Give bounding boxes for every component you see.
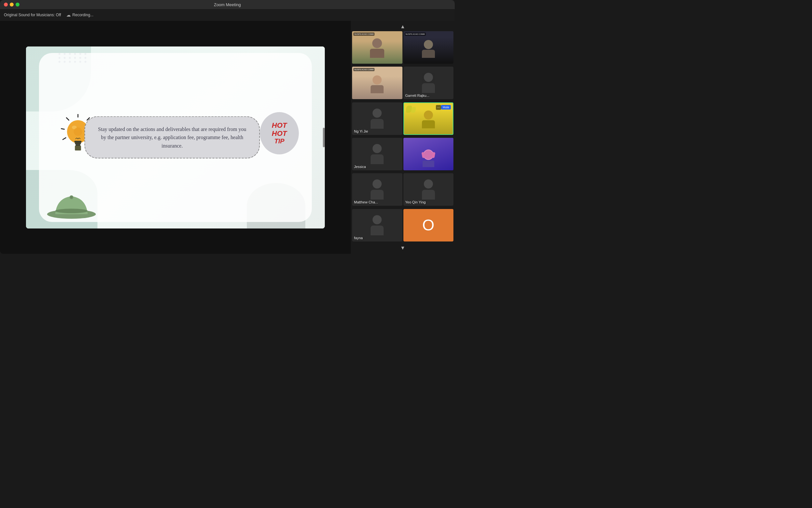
mute-badge[interactable]: Mute <box>441 105 451 110</box>
participant-name: Garrett Rajku... <box>405 94 430 97</box>
svg-line-5 <box>61 128 64 129</box>
slide-container: Stay updated on the actions and delivera… <box>26 46 325 228</box>
participant-name: fayna <box>354 236 363 240</box>
nusps-badge-1: NUSPS ACAD COMM <box>353 33 375 36</box>
participant-tile[interactable]: Garrett Rajku... <box>403 67 454 99</box>
sound-status[interactable]: Original Sound for Musicians: Off <box>4 13 61 17</box>
participant-tile[interactable] <box>403 138 454 170</box>
participant-name: Matthew Cha... <box>354 200 378 204</box>
svg-rect-10 <box>75 142 81 144</box>
titlebar: Zoom Meeting <box>0 0 455 9</box>
participant-tile[interactable]: NUSPS ACAD COMM <box>352 67 402 99</box>
tip-label: TIP <box>274 137 284 144</box>
svg-line-4 <box>66 118 69 120</box>
participant-tile[interactable]: Ng Yi Jie <box>352 102 402 135</box>
tip-text: Stay updated on the actions and delivera… <box>96 125 248 150</box>
svg-rect-9 <box>75 141 82 143</box>
tip-box: Stay updated on the actions and delivera… <box>85 116 260 159</box>
chevron-up-icon: ▲ <box>400 24 405 30</box>
participant-tile-o[interactable]: O <box>403 209 454 242</box>
traffic-lights <box>4 3 19 6</box>
svg-point-17 <box>70 196 73 199</box>
o-letter: O <box>422 216 434 234</box>
participant-tile-jessica[interactable]: Jessica <box>352 138 402 170</box>
hot-text-2: HOT <box>272 130 287 137</box>
no-video-avatar <box>422 73 435 93</box>
participant-tile-active[interactable]: Mute ··· <box>403 102 454 135</box>
participant-tile[interactable]: NUSPS ACAD COMM <box>352 31 402 64</box>
svg-rect-11 <box>76 144 81 145</box>
svg-point-15 <box>55 209 88 213</box>
svg-point-13 <box>74 127 82 136</box>
nusps-badge-3: NUSPS ACAD COMM <box>353 68 375 71</box>
no-video-avatar <box>371 215 384 235</box>
no-video-avatar <box>371 109 384 129</box>
no-video-avatar <box>422 179 435 200</box>
presentation-area: Stay updated on the actions and delivera… <box>0 21 351 254</box>
window-title: Zoom Meeting <box>214 2 241 7</box>
recording-status: ☁ Recording... <box>66 12 94 17</box>
participant-tile[interactable]: fayna <box>352 209 402 242</box>
participant-tile[interactable]: Yeo Qin Ying <box>403 173 454 206</box>
close-button[interactable] <box>4 3 8 6</box>
topbar: Original Sound for Musicians: Off ☁ Reco… <box>0 9 455 21</box>
hot-tip-bubble: HOT HOT TIP <box>260 112 299 155</box>
no-video-avatar <box>371 144 384 164</box>
participant-name: Ng Yi Jie <box>354 129 368 133</box>
no-video-avatar <box>371 179 384 200</box>
hat-illustration <box>45 188 97 222</box>
svg-rect-12 <box>75 145 81 151</box>
participants-panel: ▲ NUSPS ACAD COMM <box>351 21 455 254</box>
participant-name-jessica: Jessica <box>354 165 366 169</box>
participant-name: Yeo Qin Ying <box>405 200 426 204</box>
nusps-badge-2: NUSPS ACAD COMM <box>405 33 426 36</box>
chevron-down-icon: ▼ <box>400 245 405 251</box>
participant-tile[interactable]: NUSPS ACAD COMM <box>403 31 454 64</box>
scroll-handle[interactable] <box>323 128 325 147</box>
slide-inner: Stay updated on the actions and delivera… <box>26 46 325 228</box>
hot-text-1: HOT <box>272 122 287 129</box>
scroll-up-button[interactable]: ▲ <box>351 22 455 31</box>
svg-line-6 <box>63 137 65 139</box>
more-options-icon[interactable]: ··· <box>436 105 441 110</box>
cloud-icon: ☁ <box>66 12 71 17</box>
main-content: Stay updated on the actions and delivera… <box>0 21 455 254</box>
minimize-button[interactable] <box>10 3 14 6</box>
scroll-down-button[interactable]: ▼ <box>351 244 455 253</box>
participant-tile[interactable]: Matthew Cha... <box>352 173 402 206</box>
participants-grid: NUSPS ACAD COMM NUSPS ACAD COMM <box>351 31 455 244</box>
maximize-button[interactable] <box>15 3 19 6</box>
